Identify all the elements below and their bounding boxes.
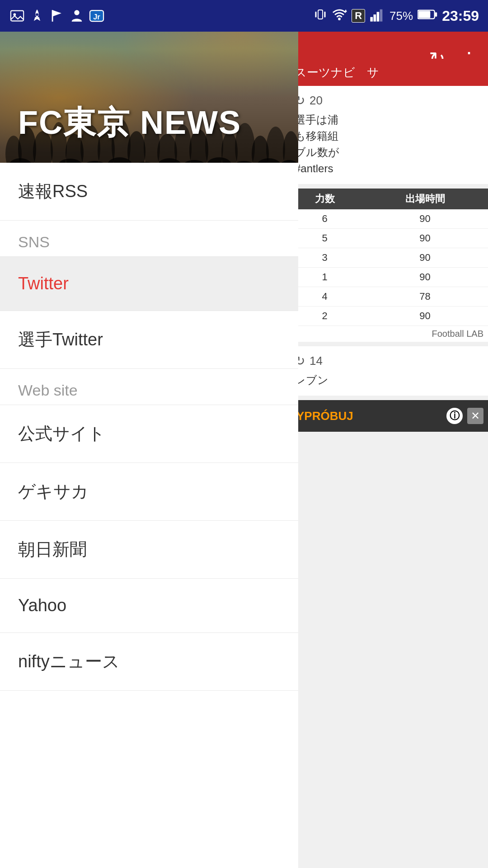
menu-item-nifty[interactable]: niftyニュース <box>0 633 298 691</box>
news-text-1[interactable]: 選手は浦 も移籍組 ブル数が #antlers <box>295 112 481 177</box>
ad-info-button[interactable]: ⓘ <box>446 408 463 424</box>
retweet-count-2: 14 <box>310 354 323 368</box>
table-cell-0-1: 90 <box>362 209 488 229</box>
svg-point-51 <box>283 131 298 163</box>
col-header-shuttsuujikan: 出場時間 <box>362 189 488 209</box>
right-content: ↻ 20 選手は浦 も移籍組 ブル数が #antlers 力数 出場時間 690… <box>287 86 488 432</box>
svg-point-2 <box>36 13 38 16</box>
svg-rect-13 <box>374 14 376 22</box>
menu-section-website-header: Web site <box>0 369 298 405</box>
status-bar: Jr R <box>0 0 488 32</box>
tab-suitsnabi[interactable]: スーツナビ <box>287 65 362 80</box>
vibrate-icon <box>314 8 327 24</box>
table-cell-2-1: 90 <box>362 248 488 268</box>
svg-rect-12 <box>371 17 373 21</box>
status-icons-right: R 75% 23:59 <box>314 7 479 25</box>
table-cell-1-0: 5 <box>287 229 362 248</box>
svg-point-4 <box>74 10 79 15</box>
person-icon <box>69 8 85 24</box>
battery-icon <box>418 9 437 24</box>
drawer: FC東京 NEWS 速報RSSSNSTwitter選手TwitterWeb si… <box>0 0 298 868</box>
menu-item-asahi[interactable]: 朝日新聞 <box>0 521 298 579</box>
table-row: 590 <box>287 229 488 248</box>
svg-point-10 <box>338 18 341 20</box>
battery-level: 75% <box>389 9 413 23</box>
status-icons-left: Jr <box>9 8 105 24</box>
menu-section-sns-header: SNS <box>0 221 298 257</box>
svg-rect-18 <box>435 12 437 16</box>
svg-rect-0 <box>11 11 23 21</box>
table-row: 478 <box>287 287 488 307</box>
retweet-count-1: 20 <box>310 94 323 108</box>
drawer-title: FC東京 NEWS <box>18 101 241 145</box>
col-header-rikisuu: 力数 <box>287 189 362 209</box>
table-cell-2-0: 3 <box>287 248 362 268</box>
menu-item-yahoo[interactable]: Yahoo <box>0 579 298 633</box>
menu-item-sokusho-rss[interactable]: 速報RSS <box>0 163 298 221</box>
table-row: 390 <box>287 248 488 268</box>
table-cell-5-0: 2 <box>287 307 362 326</box>
svg-rect-15 <box>380 9 383 21</box>
svg-point-50 <box>266 127 285 163</box>
news-text-2[interactable]: レブン <box>295 372 481 388</box>
table-card: 力数 出場時間 690590390190478290 Football LAB <box>287 189 488 342</box>
table-cell-4-1: 78 <box>362 287 488 307</box>
svg-rect-14 <box>377 12 380 21</box>
svg-rect-17 <box>418 11 431 18</box>
time-display: 23:59 <box>442 8 479 24</box>
menu-item-twitter[interactable]: Twitter <box>0 257 298 311</box>
menu-item-gekisaka[interactable]: ゲキサカ <box>0 463 298 521</box>
table-row: 290 <box>287 307 488 326</box>
wifi-icon <box>332 7 347 25</box>
table-cell-0-0: 6 <box>287 209 362 229</box>
menu-item-senshu-twitter[interactable]: 選手Twitter <box>0 311 298 369</box>
image-icon <box>9 8 25 24</box>
signal-icon <box>370 7 385 25</box>
ad-close-button[interactable]: ✕ <box>467 408 483 424</box>
tab-sa[interactable]: サ <box>362 65 384 80</box>
menu-item-koushiki[interactable]: 公式サイト <box>0 405 298 463</box>
rocket-icon <box>29 8 45 24</box>
news-card-2: ↻ 14 レブン <box>287 346 488 396</box>
ad-banner: YPRÓBUJ ⓘ ✕ <box>287 400 488 432</box>
table-footer: Football LAB <box>287 326 488 342</box>
svg-text:Jr: Jr <box>93 13 100 21</box>
table-row: 690 <box>287 209 488 229</box>
r-badge: R <box>352 9 365 23</box>
drawer-menu: 速報RSSSNSTwitter選手TwitterWeb site公式サイトゲキサ… <box>0 163 298 868</box>
table-cell-3-1: 90 <box>362 268 488 287</box>
game-icon: Jr <box>89 8 105 24</box>
table-row: 190 <box>287 268 488 287</box>
ad-text: YPRÓBUJ <box>292 409 442 423</box>
right-tabs: スーツナビ サ <box>287 59 488 86</box>
svg-marker-11 <box>345 9 347 12</box>
svg-rect-7 <box>318 10 323 19</box>
news-card-1: ↻ 20 選手は浦 も移籍組 ブル数が #antlers <box>287 86 488 184</box>
table-cell-4-0: 4 <box>287 287 362 307</box>
table-cell-3-0: 1 <box>287 268 362 287</box>
flag-icon <box>49 8 65 24</box>
table-cell-5-1: 90 <box>362 307 488 326</box>
table-cell-1-1: 90 <box>362 229 488 248</box>
